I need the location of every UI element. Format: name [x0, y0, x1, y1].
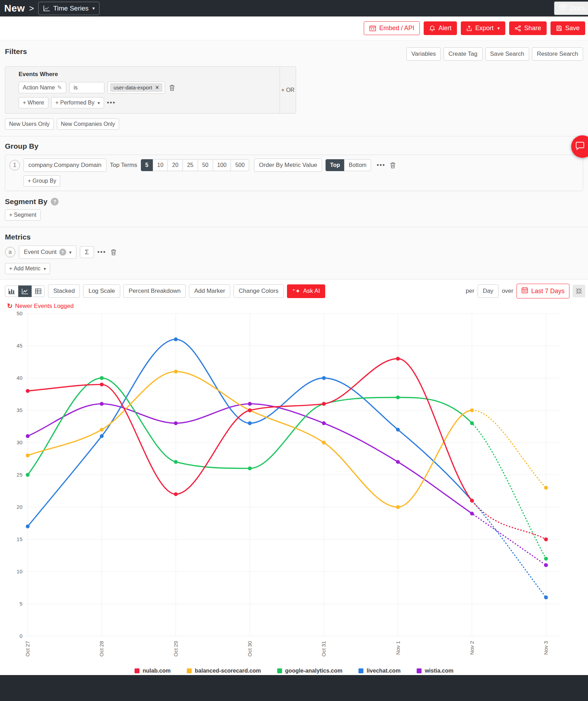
data-point[interactable] — [248, 409, 252, 412]
top-terms-10[interactable]: 10 — [153, 159, 168, 171]
data-point[interactable] — [26, 434, 30, 438]
top-terms-100[interactable]: 100 — [213, 159, 231, 171]
data-point[interactable] — [470, 499, 474, 503]
data-point[interactable] — [322, 441, 326, 445]
legend-item-nulab-com[interactable]: nulab.com — [135, 668, 171, 674]
data-point[interactable] — [248, 421, 252, 425]
data-point[interactable] — [248, 402, 252, 406]
filters-action-variables[interactable]: Variables — [406, 47, 441, 61]
series-nulab-com[interactable] — [26, 357, 548, 541]
order-by-metric-value-label[interactable]: Order By Metric Value — [254, 159, 322, 172]
data-point[interactable] — [100, 383, 104, 386]
aggregation-sigma-button[interactable]: Σ — [80, 246, 94, 258]
alert-button[interactable]: Alert — [424, 21, 457, 35]
filter-operator-button[interactable]: is — [69, 82, 104, 93]
series-livechat-com[interactable] — [26, 337, 548, 599]
filter-property-button[interactable]: Action Name ✎ — [19, 82, 66, 93]
data-point[interactable] — [396, 428, 400, 432]
legend-item-wistia-com[interactable]: wistia.com — [417, 668, 453, 674]
add-performed-by-button[interactable]: + Performed By ▾ — [51, 97, 104, 108]
time-series-chart[interactable]: 05101520253035404550Oct 27Oct 28Oct 29Oc… — [0, 311, 588, 663]
legend-item-google-analytics-com[interactable]: google-analytics.com — [277, 668, 343, 674]
filters-action-save-search[interactable]: Save Search — [485, 47, 529, 61]
delete-filter-trash-icon[interactable] — [168, 83, 176, 92]
data-point[interactable] — [544, 538, 548, 541]
add-where-button[interactable]: + Where — [19, 97, 48, 108]
top-terms-5[interactable]: 5 — [141, 159, 153, 171]
data-point[interactable] — [470, 512, 474, 515]
data-point[interactable] — [26, 389, 30, 393]
filter-more-options[interactable]: ••• — [107, 99, 116, 107]
order-bottom[interactable]: Bottom — [344, 159, 371, 171]
legend-item-livechat-com[interactable]: livechat.com — [358, 668, 401, 674]
export-button[interactable]: Export ▾ — [461, 21, 505, 35]
filters-action-restore-search[interactable]: Restore Search — [532, 47, 583, 61]
group-more-options[interactable]: ••• — [377, 162, 385, 169]
remove-chip-icon[interactable]: ✕ — [155, 85, 159, 90]
data-point[interactable] — [100, 434, 104, 438]
chart-option-change-colors[interactable]: Change Colors — [233, 284, 283, 298]
data-point[interactable] — [470, 421, 474, 425]
bar-chart-icon[interactable] — [5, 285, 19, 297]
data-point[interactable] — [174, 492, 178, 496]
collapse-icon[interactable] — [573, 285, 585, 297]
add-metric-button[interactable]: + Add Metric ▾ — [5, 263, 50, 274]
order-top[interactable]: Top — [326, 159, 344, 171]
embed-api-button[interactable]: Embed / API — [364, 21, 420, 35]
top-terms-25[interactable]: 25 — [183, 159, 198, 171]
data-point[interactable] — [396, 357, 400, 360]
top-terms-500[interactable]: 500 — [231, 159, 249, 171]
data-point[interactable] — [322, 421, 326, 425]
share-button[interactable]: Share — [509, 21, 547, 35]
top-terms-50[interactable]: 50 — [198, 159, 213, 171]
table-icon[interactable] — [32, 285, 45, 297]
filter-value-chip[interactable]: user-data-export ✕ — [110, 83, 163, 92]
data-point[interactable] — [174, 370, 178, 373]
add-group-by-button[interactable]: + Group By — [23, 175, 60, 187]
data-point[interactable] — [174, 421, 178, 425]
data-point[interactable] — [26, 525, 30, 528]
newer-events-notice[interactable]: ↻ Newer Events Logged — [7, 302, 588, 310]
data-point[interactable] — [396, 460, 400, 464]
data-point[interactable] — [100, 402, 104, 406]
date-range-button[interactable]: Last 7 Days — [517, 284, 569, 298]
data-point[interactable] — [544, 486, 548, 490]
add-segment-button[interactable]: + Segment — [5, 209, 41, 221]
save-button[interactable]: Save — [551, 21, 585, 35]
data-point[interactable] — [174, 337, 178, 341]
data-point[interactable] — [322, 402, 326, 406]
data-point[interactable] — [100, 376, 104, 380]
data-point[interactable] — [26, 453, 30, 457]
interval-button[interactable]: Day — [478, 284, 499, 298]
delete-metric-trash-icon[interactable] — [110, 248, 117, 256]
breadcrumb-new[interactable]: New — [4, 3, 25, 14]
data-point[interactable] — [396, 396, 400, 399]
data-point[interactable] — [396, 505, 400, 509]
data-point[interactable] — [26, 473, 30, 477]
chart-option-stacked[interactable]: Stacked — [48, 284, 80, 298]
new-companies-only-button[interactable]: New Companies Only — [57, 119, 119, 130]
top-terms-20[interactable]: 20 — [167, 159, 183, 171]
data-point[interactable] — [100, 428, 104, 432]
ask-ai-button[interactable]: ⁺✦ Ask AI — [287, 284, 325, 298]
data-point[interactable] — [248, 466, 252, 470]
data-point[interactable] — [544, 557, 548, 561]
report-type-dropdown[interactable]: Time Series ▾ — [38, 2, 100, 15]
help-icon[interactable]: ? — [51, 198, 59, 205]
series-wistia-com[interactable] — [26, 402, 548, 567]
chart-canvas[interactable]: 05101520253035404550Oct 27Oct 28Oct 29Oc… — [0, 311, 588, 661]
docs-button[interactable]: Docs — [554, 1, 588, 15]
metric-dropdown[interactable]: Event Count ? ▾ — [19, 245, 76, 259]
data-point[interactable] — [174, 460, 178, 464]
data-point[interactable] — [544, 595, 548, 599]
new-users-only-button[interactable]: New Users Only — [5, 119, 54, 130]
data-point[interactable] — [470, 409, 474, 412]
delete-group-trash-icon[interactable] — [389, 161, 397, 169]
group-property-button[interactable]: company.Company Domain — [23, 159, 107, 172]
line-chart-icon-selected[interactable] — [18, 285, 32, 297]
filters-action-create-tag[interactable]: Create Tag — [444, 47, 483, 61]
metric-more-options[interactable]: ••• — [97, 249, 106, 256]
data-point[interactable] — [322, 376, 326, 380]
chart-option-log-scale[interactable]: Log Scale — [83, 284, 120, 298]
data-point[interactable] — [544, 563, 548, 567]
